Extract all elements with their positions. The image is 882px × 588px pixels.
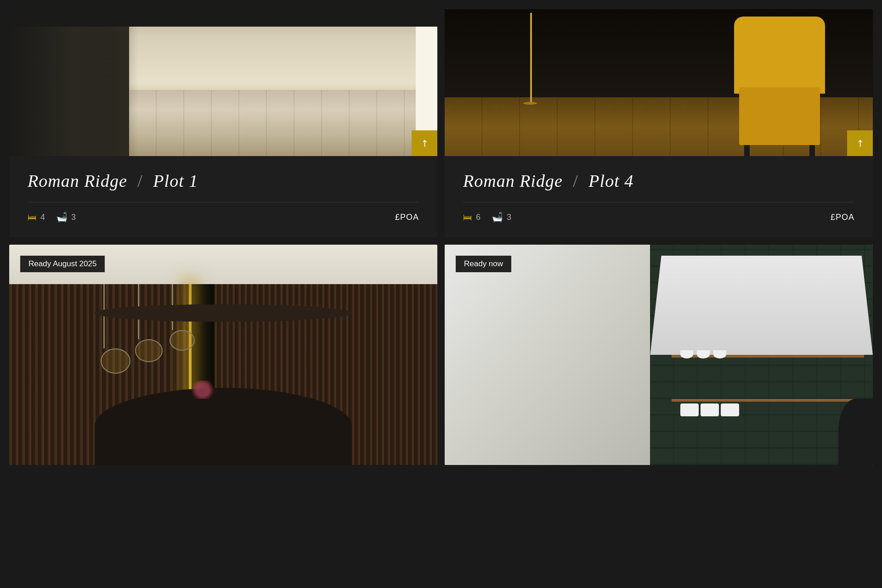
plot4-meta-left: 🛏 6 🛁 3 xyxy=(463,212,511,223)
plot4-chair-leg1 xyxy=(744,145,750,156)
plot1-bedrooms: 🛏 4 xyxy=(28,212,45,223)
plot1-bath-icon: 🛁 xyxy=(56,212,68,223)
plot1-title: Roman Ridge / Plot 1 xyxy=(28,171,419,191)
plot4-chair-seat xyxy=(739,87,820,145)
plot4-title: Roman Ridge / Plot 4 xyxy=(463,171,854,191)
card-plot2: Ready August 2025 xyxy=(9,245,437,465)
plot4-chair xyxy=(729,17,830,145)
plot4-bed-icon: 🛏 xyxy=(463,212,472,223)
plot2-scene-bg xyxy=(9,245,437,465)
plot1-arrow-icon: ↗ xyxy=(418,137,431,150)
plot4-bath-count: 3 xyxy=(507,213,511,222)
plot4-title-main: Roman Ridge xyxy=(463,171,563,190)
card-plot4: ↗ Roman Ridge / Plot 4 🛏 6 🛁 3 xyxy=(445,9,873,237)
card-plot5: Ready now xyxy=(445,245,873,465)
plot4-chair-back xyxy=(734,17,825,94)
plot1-floor xyxy=(129,90,416,156)
card-plot1: ↗ Roman Ridge / Plot 1 🛏 4 🛁 3 xyxy=(9,9,437,237)
plot4-arrow-icon: ↗ xyxy=(854,137,867,150)
plot1-scene-bg xyxy=(9,9,437,156)
plot2-status-badge: Ready August 2025 xyxy=(20,256,105,272)
plot5-bowl-3 xyxy=(713,350,726,358)
plot4-arrow-button[interactable]: ↗ xyxy=(847,130,873,156)
plot4-scene-bg xyxy=(445,9,873,156)
plot5-hood xyxy=(650,256,873,355)
card-plot1-image: ↗ xyxy=(9,9,437,156)
plot4-divider xyxy=(463,202,854,202)
plot5-bowl-2 xyxy=(697,350,710,358)
plot1-bed-count: 4 xyxy=(40,213,45,222)
plot4-chair-leg2 xyxy=(809,145,815,156)
card-plot2-image: Ready August 2025 xyxy=(9,245,437,465)
plot2-table xyxy=(95,388,351,465)
card-plot5-image: Ready now xyxy=(445,245,873,465)
plot4-lamp xyxy=(530,13,532,105)
plot5-bowl-1 xyxy=(680,350,693,358)
plot5-plate-2 xyxy=(701,403,719,416)
plot5-plate-3 xyxy=(721,403,739,416)
plot1-slash: / xyxy=(137,171,147,190)
plot4-bathrooms: 🛁 3 xyxy=(492,212,511,223)
plot5-left-panel xyxy=(445,245,650,465)
plot1-subtitle: Plot 1 xyxy=(153,171,198,190)
plot2-table-top xyxy=(95,304,351,322)
plot4-bath-icon: 🛁 xyxy=(492,212,503,223)
plot1-meta: 🛏 4 🛁 3 £POA xyxy=(28,212,419,223)
plot1-bed-icon: 🛏 xyxy=(28,212,37,223)
plot1-card-content: Roman Ridge / Plot 1 🛏 4 🛁 3 £POA xyxy=(9,156,437,237)
plot1-title-main: Roman Ridge xyxy=(28,171,127,190)
plot5-shelf-2 xyxy=(672,399,864,402)
plot4-slash: / xyxy=(573,171,583,190)
plot5-chair-peek xyxy=(838,399,873,465)
plot1-divider xyxy=(28,202,419,202)
plot5-scene-bg xyxy=(445,245,873,465)
plot4-meta: 🛏 6 🛁 3 £POA xyxy=(463,212,854,223)
plot1-bath-count: 3 xyxy=(71,213,76,222)
plot4-price: £POA xyxy=(831,213,854,222)
plot4-bedrooms: 🛏 6 xyxy=(463,212,481,223)
plot4-bed-count: 6 xyxy=(476,213,481,222)
plot4-card-content: Roman Ridge / Plot 4 🛏 6 🛁 3 £POA xyxy=(445,156,873,237)
card-plot4-image: ↗ xyxy=(445,9,873,156)
plot5-status-badge: Ready now xyxy=(456,256,511,272)
plot1-meta-left: 🛏 4 🛁 3 xyxy=(28,212,76,223)
property-grid: ↗ Roman Ridge / Plot 1 🛏 4 🛁 3 xyxy=(0,0,882,474)
plot4-subtitle: Plot 4 xyxy=(588,171,633,190)
plot1-price: £POA xyxy=(395,213,419,222)
plot1-arrow-button[interactable]: ↗ xyxy=(412,130,437,156)
plot2-flowers xyxy=(189,381,216,399)
pendant-light-2 xyxy=(170,330,195,351)
plot1-bathrooms: 🛁 3 xyxy=(56,212,76,223)
plot5-plate-1 xyxy=(680,403,699,416)
plot5-shelf-items xyxy=(680,350,852,358)
plot1-cabinet xyxy=(9,27,129,156)
plot5-plates xyxy=(680,403,852,416)
